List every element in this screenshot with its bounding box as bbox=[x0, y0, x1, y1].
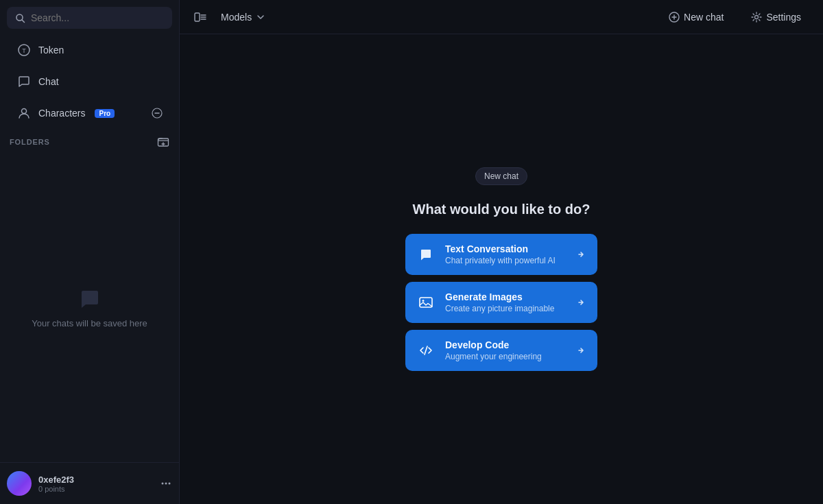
sidebar-item-token-label: Token bbox=[38, 45, 64, 56]
svg-point-11 bbox=[165, 483, 167, 485]
settings-icon bbox=[751, 12, 762, 23]
sidebar-item-characters-label: Characters bbox=[38, 108, 85, 119]
sidebar-item-chat-label: Chat bbox=[38, 76, 59, 87]
develop-code-arrow-icon bbox=[575, 345, 586, 356]
generate-images-arrow-icon bbox=[575, 297, 586, 308]
text-conversation-card[interactable]: Text Conversation Chat privately with po… bbox=[405, 234, 597, 275]
settings-label: Settings bbox=[766, 12, 801, 23]
svg-point-20 bbox=[422, 300, 425, 302]
empty-state-text: Your chats will be saved here bbox=[32, 318, 147, 328]
content-area: New chat What would you like to do? Text… bbox=[180, 34, 823, 504]
sidebar-item-token[interactable]: T Token bbox=[7, 34, 172, 66]
characters-icon bbox=[16, 106, 32, 121]
chat-icon bbox=[16, 74, 32, 89]
generate-images-text: Generate Images Create any picture imagi… bbox=[445, 291, 566, 313]
text-conversation-arrow-icon bbox=[575, 249, 586, 260]
svg-point-10 bbox=[162, 483, 164, 485]
svg-rect-13 bbox=[195, 13, 200, 21]
code-icon bbox=[416, 341, 436, 360]
sidebar-item-characters[interactable]: Characters Pro bbox=[7, 97, 172, 129]
pro-badge: Pro bbox=[95, 109, 115, 118]
new-chat-tooltip: New chat bbox=[475, 167, 527, 185]
svg-rect-19 bbox=[420, 298, 432, 307]
search-bar[interactable] bbox=[7, 7, 172, 29]
models-chevron-icon bbox=[256, 12, 265, 22]
generate-images-subtitle: Create any picture imaginable bbox=[445, 304, 566, 313]
search-input[interactable] bbox=[31, 12, 164, 23]
characters-minus-icon[interactable] bbox=[152, 108, 163, 119]
header-right: New chat Settings bbox=[660, 8, 809, 27]
avatar bbox=[7, 471, 32, 496]
new-chat-icon bbox=[669, 12, 680, 23]
new-chat-button[interactable]: New chat bbox=[660, 8, 732, 27]
token-icon: T bbox=[16, 43, 32, 58]
user-info: 0xefe2f3 0 points bbox=[38, 475, 153, 493]
user-points: 0 points bbox=[38, 485, 153, 493]
develop-code-title: Develop Code bbox=[445, 339, 566, 350]
empty-chat-icon bbox=[77, 287, 102, 311]
new-chat-label: New chat bbox=[684, 12, 724, 23]
develop-code-text: Develop Code Augment your engineering bbox=[445, 339, 566, 361]
svg-point-4 bbox=[22, 109, 27, 114]
user-section: 0xefe2f3 0 points bbox=[0, 462, 179, 504]
sidebar-toggle-button[interactable] bbox=[193, 10, 207, 24]
text-conversation-subtitle: Chat privately with powerful AI bbox=[445, 256, 566, 265]
svg-point-12 bbox=[169, 483, 171, 485]
header-left: Models bbox=[193, 8, 272, 27]
sidebar-top: T Token Chat Characters Pro bbox=[0, 0, 179, 129]
main-area: Models New chat bbox=[180, 0, 823, 504]
sidebar-empty: Your chats will be saved here bbox=[0, 152, 179, 462]
folders-label: FOLDERS bbox=[10, 138, 50, 146]
user-name: 0xefe2f3 bbox=[38, 475, 153, 485]
generate-images-card[interactable]: Generate Images Create any picture imagi… bbox=[405, 282, 597, 323]
generate-images-title: Generate Images bbox=[445, 291, 566, 302]
user-more-button[interactable] bbox=[160, 477, 172, 490]
page-title: What would you like to do? bbox=[413, 202, 591, 217]
image-icon bbox=[416, 293, 436, 312]
folders-section: FOLDERS bbox=[0, 129, 179, 152]
svg-text:T: T bbox=[22, 47, 26, 54]
svg-line-1 bbox=[22, 20, 25, 23]
chat-bubble-icon bbox=[416, 245, 436, 264]
sidebar: T Token Chat Characters Pro bbox=[0, 0, 180, 504]
settings-button[interactable]: Settings bbox=[743, 8, 809, 27]
develop-code-card[interactable]: Develop Code Augment your engineering bbox=[405, 330, 597, 371]
text-conversation-text: Text Conversation Chat privately with po… bbox=[445, 243, 566, 265]
header: Models New chat bbox=[180, 0, 823, 34]
text-conversation-title: Text Conversation bbox=[445, 243, 566, 254]
models-button[interactable]: Models bbox=[214, 8, 272, 27]
options-list: Text Conversation Chat privately with po… bbox=[405, 234, 597, 371]
search-icon bbox=[15, 13, 25, 23]
add-folder-button[interactable] bbox=[157, 136, 169, 148]
svg-point-18 bbox=[755, 15, 759, 19]
sidebar-item-chat[interactable]: Chat bbox=[7, 66, 172, 97]
develop-code-subtitle: Augment your engineering bbox=[445, 352, 566, 361]
models-label: Models bbox=[221, 12, 252, 23]
